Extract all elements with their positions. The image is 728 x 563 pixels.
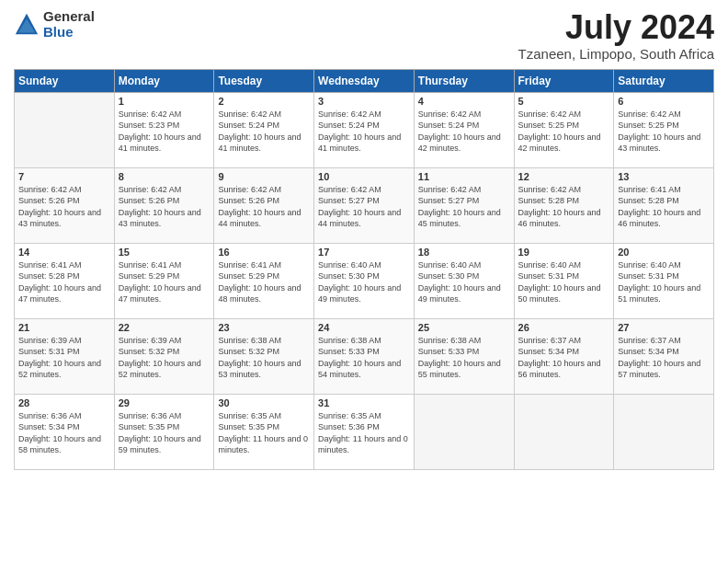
day-info: Sunrise: 6:39 AM Sunset: 5:32 PM Dayligh… bbox=[119, 335, 210, 381]
day-info: Sunrise: 6:41 AM Sunset: 5:28 PM Dayligh… bbox=[18, 259, 110, 305]
logo-icon bbox=[14, 12, 40, 38]
day-number: 26 bbox=[518, 322, 610, 333]
day-number: 9 bbox=[218, 171, 310, 182]
title-block: July 2024 Tzaneen, Limpopo, South Africa bbox=[518, 9, 714, 62]
day-info: Sunrise: 6:36 AM Sunset: 5:34 PM Dayligh… bbox=[18, 410, 110, 456]
week-row-2: 7Sunrise: 6:42 AM Sunset: 5:26 PM Daylig… bbox=[15, 167, 714, 243]
day-info: Sunrise: 6:40 AM Sunset: 5:31 PM Dayligh… bbox=[618, 259, 710, 305]
week-row-1: 1Sunrise: 6:42 AM Sunset: 5:23 PM Daylig… bbox=[15, 92, 714, 167]
day-cell: 16Sunrise: 6:41 AM Sunset: 5:29 PM Dayli… bbox=[214, 243, 314, 318]
day-cell: 30Sunrise: 6:35 AM Sunset: 5:35 PM Dayli… bbox=[214, 394, 314, 469]
logo: General Blue bbox=[14, 9, 95, 40]
day-info: Sunrise: 6:38 AM Sunset: 5:33 PM Dayligh… bbox=[318, 335, 410, 381]
day-cell: 25Sunrise: 6:38 AM Sunset: 5:33 PM Dayli… bbox=[414, 318, 514, 394]
day-number: 31 bbox=[318, 397, 410, 408]
day-number: 19 bbox=[518, 247, 610, 258]
day-number: 13 bbox=[618, 171, 710, 182]
day-info: Sunrise: 6:42 AM Sunset: 5:27 PM Dayligh… bbox=[418, 184, 510, 230]
day-info: Sunrise: 6:42 AM Sunset: 5:27 PM Dayligh… bbox=[318, 184, 410, 230]
day-cell: 4Sunrise: 6:42 AM Sunset: 5:24 PM Daylig… bbox=[414, 92, 514, 167]
day-info: Sunrise: 6:41 AM Sunset: 5:29 PM Dayligh… bbox=[119, 259, 210, 305]
day-number: 5 bbox=[518, 96, 610, 107]
day-number: 22 bbox=[119, 322, 210, 333]
col-header-monday: Monday bbox=[114, 69, 214, 92]
day-info: Sunrise: 6:42 AM Sunset: 5:25 PM Dayligh… bbox=[518, 109, 610, 155]
day-cell: 6Sunrise: 6:42 AM Sunset: 5:25 PM Daylig… bbox=[614, 92, 714, 167]
day-cell: 11Sunrise: 6:42 AM Sunset: 5:27 PM Dayli… bbox=[414, 167, 514, 243]
location-title: Tzaneen, Limpopo, South Africa bbox=[518, 46, 714, 62]
day-number: 18 bbox=[418, 247, 510, 258]
day-cell bbox=[414, 394, 514, 469]
day-info: Sunrise: 6:40 AM Sunset: 5:30 PM Dayligh… bbox=[418, 259, 510, 305]
day-cell: 22Sunrise: 6:39 AM Sunset: 5:32 PM Dayli… bbox=[114, 318, 214, 394]
day-number: 15 bbox=[119, 247, 210, 258]
day-info: Sunrise: 6:40 AM Sunset: 5:31 PM Dayligh… bbox=[518, 259, 610, 305]
day-number: 12 bbox=[518, 171, 610, 182]
day-cell: 28Sunrise: 6:36 AM Sunset: 5:34 PM Dayli… bbox=[15, 394, 115, 469]
day-number: 11 bbox=[418, 171, 510, 182]
day-cell: 13Sunrise: 6:41 AM Sunset: 5:28 PM Dayli… bbox=[614, 167, 714, 243]
day-number: 4 bbox=[418, 96, 510, 107]
col-header-wednesday: Wednesday bbox=[314, 69, 415, 92]
day-cell: 15Sunrise: 6:41 AM Sunset: 5:29 PM Dayli… bbox=[114, 243, 214, 318]
day-cell: 27Sunrise: 6:37 AM Sunset: 5:34 PM Dayli… bbox=[614, 318, 714, 394]
week-row-5: 28Sunrise: 6:36 AM Sunset: 5:34 PM Dayli… bbox=[15, 394, 714, 469]
day-cell: 10Sunrise: 6:42 AM Sunset: 5:27 PM Dayli… bbox=[314, 167, 415, 243]
day-info: Sunrise: 6:38 AM Sunset: 5:32 PM Dayligh… bbox=[218, 335, 310, 381]
day-number: 29 bbox=[119, 397, 210, 408]
day-info: Sunrise: 6:36 AM Sunset: 5:35 PM Dayligh… bbox=[119, 410, 210, 456]
week-row-3: 14Sunrise: 6:41 AM Sunset: 5:28 PM Dayli… bbox=[15, 243, 714, 318]
day-info: Sunrise: 6:42 AM Sunset: 5:24 PM Dayligh… bbox=[318, 109, 410, 155]
day-cell: 9Sunrise: 6:42 AM Sunset: 5:26 PM Daylig… bbox=[214, 167, 314, 243]
day-cell: 8Sunrise: 6:42 AM Sunset: 5:26 PM Daylig… bbox=[114, 167, 214, 243]
day-number: 1 bbox=[119, 96, 210, 107]
header-row: SundayMondayTuesdayWednesdayThursdayFrid… bbox=[15, 69, 714, 92]
header: General Blue July 2024 Tzaneen, Limpopo,… bbox=[14, 9, 714, 62]
day-cell: 29Sunrise: 6:36 AM Sunset: 5:35 PM Dayli… bbox=[114, 394, 214, 469]
day-cell bbox=[514, 394, 614, 469]
day-number: 14 bbox=[18, 247, 110, 258]
day-cell: 26Sunrise: 6:37 AM Sunset: 5:34 PM Dayli… bbox=[514, 318, 614, 394]
day-cell: 17Sunrise: 6:40 AM Sunset: 5:30 PM Dayli… bbox=[314, 243, 415, 318]
day-cell: 5Sunrise: 6:42 AM Sunset: 5:25 PM Daylig… bbox=[514, 92, 614, 167]
col-header-tuesday: Tuesday bbox=[214, 69, 314, 92]
col-header-saturday: Saturday bbox=[614, 69, 714, 92]
day-info: Sunrise: 6:42 AM Sunset: 5:23 PM Dayligh… bbox=[119, 109, 210, 155]
month-title: July 2024 bbox=[518, 9, 714, 46]
day-cell: 14Sunrise: 6:41 AM Sunset: 5:28 PM Dayli… bbox=[15, 243, 115, 318]
day-info: Sunrise: 6:35 AM Sunset: 5:35 PM Dayligh… bbox=[218, 410, 310, 456]
day-info: Sunrise: 6:39 AM Sunset: 5:31 PM Dayligh… bbox=[18, 335, 110, 381]
day-number: 6 bbox=[618, 96, 710, 107]
day-info: Sunrise: 6:42 AM Sunset: 5:26 PM Dayligh… bbox=[218, 184, 310, 230]
day-cell: 1Sunrise: 6:42 AM Sunset: 5:23 PM Daylig… bbox=[114, 92, 214, 167]
day-info: Sunrise: 6:37 AM Sunset: 5:34 PM Dayligh… bbox=[618, 335, 710, 381]
week-row-4: 21Sunrise: 6:39 AM Sunset: 5:31 PM Dayli… bbox=[15, 318, 714, 394]
day-cell bbox=[15, 92, 115, 167]
day-number: 30 bbox=[218, 397, 310, 408]
day-info: Sunrise: 6:35 AM Sunset: 5:36 PM Dayligh… bbox=[318, 410, 410, 456]
day-info: Sunrise: 6:42 AM Sunset: 5:25 PM Dayligh… bbox=[618, 109, 710, 155]
day-cell bbox=[614, 394, 714, 469]
calendar-table: SundayMondayTuesdayWednesdayThursdayFrid… bbox=[14, 69, 714, 470]
day-number: 27 bbox=[618, 322, 710, 333]
day-info: Sunrise: 6:40 AM Sunset: 5:30 PM Dayligh… bbox=[318, 259, 410, 305]
day-number: 10 bbox=[318, 171, 410, 182]
day-cell: 2Sunrise: 6:42 AM Sunset: 5:24 PM Daylig… bbox=[214, 92, 314, 167]
day-cell: 21Sunrise: 6:39 AM Sunset: 5:31 PM Dayli… bbox=[15, 318, 115, 394]
day-cell: 23Sunrise: 6:38 AM Sunset: 5:32 PM Dayli… bbox=[214, 318, 314, 394]
day-cell: 18Sunrise: 6:40 AM Sunset: 5:30 PM Dayli… bbox=[414, 243, 514, 318]
day-cell: 20Sunrise: 6:40 AM Sunset: 5:31 PM Dayli… bbox=[614, 243, 714, 318]
day-number: 16 bbox=[218, 247, 310, 258]
day-info: Sunrise: 6:37 AM Sunset: 5:34 PM Dayligh… bbox=[518, 335, 610, 381]
day-number: 25 bbox=[418, 322, 510, 333]
col-header-friday: Friday bbox=[514, 69, 614, 92]
day-cell: 31Sunrise: 6:35 AM Sunset: 5:36 PM Dayli… bbox=[314, 394, 415, 469]
day-cell: 19Sunrise: 6:40 AM Sunset: 5:31 PM Dayli… bbox=[514, 243, 614, 318]
day-info: Sunrise: 6:42 AM Sunset: 5:26 PM Dayligh… bbox=[119, 184, 210, 230]
day-number: 28 bbox=[18, 397, 110, 408]
day-info: Sunrise: 6:42 AM Sunset: 5:24 PM Dayligh… bbox=[418, 109, 510, 155]
day-number: 3 bbox=[318, 96, 410, 107]
col-header-thursday: Thursday bbox=[414, 69, 514, 92]
day-cell: 24Sunrise: 6:38 AM Sunset: 5:33 PM Dayli… bbox=[314, 318, 415, 394]
day-info: Sunrise: 6:42 AM Sunset: 5:26 PM Dayligh… bbox=[18, 184, 110, 230]
